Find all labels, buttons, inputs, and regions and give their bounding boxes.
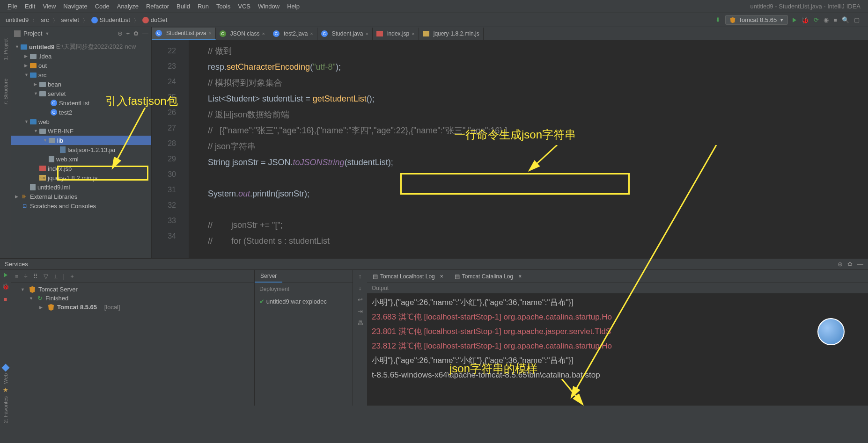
scroll-up-icon[interactable]: ↑ — [359, 273, 362, 280]
menu-file[interactable]: FFileile — [4, 3, 21, 10]
favorites-tool-button[interactable]: 2: Favorites — [3, 396, 8, 423]
tree-bean[interactable]: bean — [11, 80, 151, 89]
menu-analyze[interactable]: Analyze — [113, 3, 142, 10]
build-icon[interactable]: ⬇ — [715, 16, 721, 23]
close-icon[interactable]: × — [208, 30, 211, 36]
hide-icon[interactable]: — — [142, 30, 148, 37]
web-tool-button[interactable]: Web — [3, 373, 8, 384]
profile-button[interactable]: ◉ — [824, 16, 829, 23]
tree-lib[interactable]: lib — [11, 136, 151, 145]
tree-scratches[interactable]: ⊡Scratches and Consoles — [11, 201, 151, 211]
close-icon[interactable]: × — [365, 31, 368, 36]
close-icon[interactable]: × — [310, 31, 313, 36]
svc-tomcat-root[interactable]: Tomcat Server — [15, 285, 250, 294]
expand-icon[interactable]: ⊕ — [838, 261, 843, 268]
tree-webxml[interactable]: web.xml — [11, 154, 151, 164]
tree-jquery[interactable]: 101jquery-1.8.2.min.js — [11, 173, 151, 182]
project-tool-button[interactable]: 1: Project — [3, 29, 8, 69]
tree-webinf[interactable]: WEB-INF — [11, 126, 151, 136]
run-button[interactable] — [793, 18, 796, 22]
svc-tomcat-instance[interactable]: Tomcat 8.5.65 [local] — [15, 303, 250, 312]
settings-icon[interactable]: ✿ — [133, 30, 139, 37]
menu-build[interactable]: Build — [173, 3, 194, 10]
tree-out[interactable]: out — [11, 61, 151, 70]
close-icon[interactable]: × — [262, 31, 265, 36]
tree-web[interactable]: web — [11, 117, 151, 126]
debug-button[interactable]: 🐞 — [801, 16, 809, 24]
fold-gutter[interactable] — [181, 40, 189, 258]
add-icon[interactable]: + — [70, 273, 74, 280]
artifact-item[interactable]: ✔ untitled9:war explodec — [259, 298, 348, 305]
crumb-root[interactable]: untitled9 — [4, 16, 30, 23]
svc-finished[interactable]: ↻Finished — [15, 294, 250, 303]
filter-icon[interactable]: ▽ — [44, 273, 48, 280]
menu-edit[interactable]: Edit — [21, 3, 39, 10]
menu-run[interactable]: Run — [194, 3, 213, 10]
tab-studentlist[interactable]: CStudentList.java× — [152, 28, 216, 40]
menu-navigate[interactable]: Navigate — [59, 3, 91, 10]
tree-root[interactable]: untitled9 E:\天翼同步盘2022\2022-new — [11, 42, 151, 51]
collapse-all-icon[interactable]: ÷ — [24, 273, 28, 280]
crumb-method[interactable]: doGet — [140, 16, 169, 24]
tree-fastjson-jar[interactable]: fastjson-1.2.13.jar — [11, 145, 151, 154]
tree-external-libs[interactable]: ⊪External Libraries — [11, 192, 151, 201]
chevron-down-icon[interactable]: ▼ — [45, 31, 49, 36]
close-icon[interactable]: × — [440, 273, 443, 280]
menu-code[interactable]: Code — [91, 3, 113, 10]
tree-src[interactable]: src — [11, 70, 151, 80]
crumb-src[interactable]: src — [39, 16, 51, 23]
stop-button[interactable]: ■ — [4, 296, 7, 303]
menu-help[interactable]: Help — [283, 3, 303, 10]
tree-indexjsp[interactable]: index.jsp — [11, 164, 151, 173]
close-icon[interactable]: × — [518, 273, 522, 280]
menu-tools[interactable]: Tools — [213, 3, 234, 10]
layout-icon[interactable]: ▢ — [854, 16, 860, 23]
menu-vcs[interactable]: VCS — [234, 3, 254, 10]
tab-indexjsp[interactable]: index.jsp× — [373, 28, 419, 40]
expand-all-icon[interactable]: ≡ — [15, 273, 19, 280]
server-tab[interactable]: Server — [255, 270, 282, 283]
tab-student[interactable]: CStudent.java× — [317, 28, 373, 40]
collapse-all-icon[interactable]: ÷ — [126, 30, 130, 37]
tab-test2[interactable]: Ctest2.java× — [269, 28, 317, 40]
tree-idea[interactable]: .idea — [11, 51, 151, 61]
menu-refactor[interactable]: Refactor — [142, 3, 173, 10]
print-icon[interactable]: 🖶 — [357, 320, 363, 327]
wrap-icon[interactable]: ↩ — [358, 296, 363, 303]
services-tree[interactable]: Tomcat Server ↻Finished Tomcat 8.5.65 [l… — [11, 283, 254, 406]
structure-tool-button[interactable]: 7: Structure — [3, 69, 8, 115]
console-output[interactable]: 小明"},{"age":26,"name":"小红"},{"age":36,"n… — [367, 293, 868, 406]
web-tool-icon[interactable] — [2, 364, 10, 372]
search-icon[interactable]: 🔍 — [842, 16, 849, 23]
project-tree[interactable]: untitled9 E:\天翼同步盘2022\2022-new .idea ou… — [11, 40, 151, 258]
rerun-button[interactable] — [4, 273, 7, 277]
code-content[interactable]: // 做到 resp.setCharacterEncoding("utf-8")… — [189, 40, 868, 258]
hide-icon[interactable]: — — [857, 261, 863, 268]
tree-servlet[interactable]: servlet — [11, 89, 151, 98]
tomcat-catalina-log-tab[interactable]: ▤Tomcat Catalina Log× — [449, 270, 527, 283]
scroll-down-icon[interactable]: ↓ — [359, 284, 362, 291]
coverage-button[interactable]: ⟳ — [814, 16, 819, 23]
close-icon[interactable]: × — [412, 31, 414, 36]
tab-json-class[interactable]: CJSON.class× — [216, 28, 269, 40]
crumb-class[interactable]: StudentList — [89, 16, 132, 24]
select-opened-file-icon[interactable]: ⊕ — [118, 30, 123, 37]
tree-test2[interactable]: Ctest2 — [11, 108, 151, 117]
floating-action-button[interactable] — [817, 318, 845, 345]
menu-window[interactable]: Window — [254, 3, 283, 10]
group-icon[interactable]: ⠿ — [33, 273, 38, 280]
tab-jquery[interactable]: jquery-1.8.2.min.js — [419, 28, 484, 40]
tree-iml[interactable]: untitled9.iml — [11, 182, 151, 192]
scroll-to-end-icon[interactable]: ⇥ — [358, 308, 363, 315]
stop-button[interactable]: ■ — [833, 16, 837, 23]
tree-studentlist[interactable]: CStudentList — [11, 98, 151, 108]
layout-icon[interactable]: ⟂ — [54, 273, 58, 280]
debug-button[interactable]: 🐞 — [2, 283, 9, 290]
crumb-package[interactable]: servlet — [59, 16, 81, 23]
favorites-icon[interactable]: ★ — [3, 386, 8, 393]
tomcat-localhost-log-tab[interactable]: ▤Tomcat Localhost Log× — [367, 270, 449, 283]
menu-view[interactable]: View — [39, 3, 59, 10]
settings-icon[interactable]: ✿ — [847, 261, 853, 268]
code-editor[interactable]: 222324 252627 282930 313233 34 // 做到 res… — [152, 40, 868, 258]
run-config-selector[interactable]: Tomcat 8.5.65 ▼ — [725, 15, 788, 25]
